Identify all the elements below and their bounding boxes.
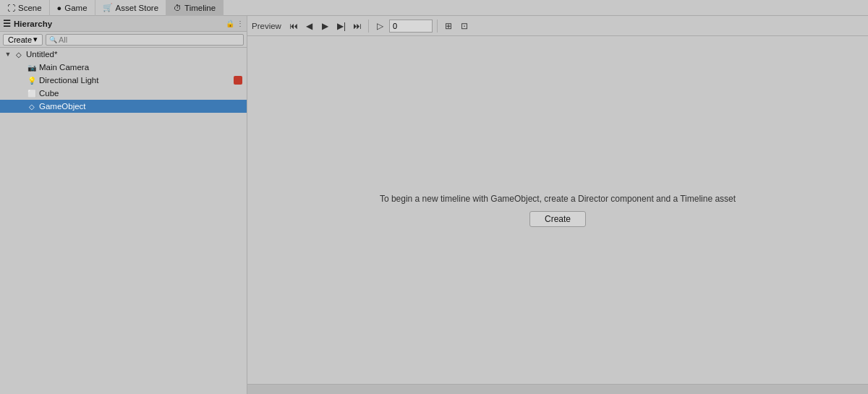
tree-label-untitled: Untitled* (26, 50, 57, 59)
play-range-button[interactable]: ▷ (373, 19, 386, 33)
tab-game[interactable]: ● Game (50, 0, 95, 16)
untitled-icon: ◇ (14, 51, 24, 59)
play-button[interactable]: ▶ (319, 19, 332, 33)
preview-label: Preview (252, 22, 281, 30)
search-input[interactable] (59, 35, 240, 44)
scene-icon: ⛶ (7, 4, 15, 12)
tab-scene-label: Scene (18, 4, 42, 12)
create-button-label: Create (8, 35, 32, 44)
hierarchy-toolbar: Create ▾ 🔍 (0, 32, 247, 48)
game-icon: ● (57, 4, 62, 12)
asset-store-icon: 🛒 (103, 3, 113, 12)
top-tab-bar: ⛶ Scene ● Game 🛒 Asset Store ⏱ Timeline (0, 0, 868, 16)
create-dropdown-arrow: ▾ (33, 35, 38, 44)
cube-icon: ⬜ (27, 90, 37, 98)
tree-label-cube: Cube (39, 89, 59, 98)
search-icon: 🔍 (49, 36, 57, 43)
main-camera-icon: 📷 (27, 64, 37, 72)
timeline-create-button[interactable]: Create (529, 211, 586, 227)
search-box[interactable]: 🔍 (46, 34, 244, 46)
options-button[interactable]: ⊡ (458, 19, 471, 33)
create-button[interactable]: Create ▾ (3, 34, 43, 46)
directional-light-icon: 💡 (27, 77, 37, 85)
timeline-message: To begin a new timeline with GameObject,… (380, 194, 736, 204)
previous-frame-button[interactable]: ◀ (303, 19, 316, 33)
tree-item-directional-light[interactable]: 💡 Directional Light (0, 74, 247, 87)
hierarchy-header: ☰ Hierarchy 🔒 ⋮ (0, 16, 247, 32)
timeline-content: To begin a new timeline with GameObject,… (247, 36, 868, 384)
tree-arrow-untitled: ▼ (4, 51, 12, 58)
hierarchy-panel: ☰ Hierarchy 🔒 ⋮ Create ▾ 🔍 ▼ (0, 16, 247, 394)
tab-asset-store-label: Asset Store (116, 4, 158, 12)
hierarchy-title: ☰ Hierarchy (3, 19, 52, 29)
layout-button[interactable]: ⊞ (442, 19, 455, 33)
time-input[interactable] (389, 20, 433, 33)
go-to-start-button[interactable]: ⏮ (287, 19, 300, 33)
tree-item-gameobject[interactable]: ◇ GameObject (0, 100, 247, 113)
timeline-bottom-bar (247, 384, 868, 394)
timeline-toolbar: Preview ⏮ ◀ ▶ ▶| ⏭ ▷ ⊞ ⊡ (247, 16, 868, 36)
tree-item-untitled[interactable]: ▼ ◇ Untitled* (0, 48, 247, 61)
tree-label-main-camera: Main Camera (39, 63, 89, 72)
gameobject-icon: ◇ (27, 103, 37, 111)
tree-item-cube[interactable]: ⬜ Cube (0, 87, 247, 100)
directional-light-badge (234, 76, 242, 85)
next-frame-button[interactable]: ▶| (335, 19, 348, 33)
hierarchy-tree: ▼ ◇ Untitled* 📷 Main Camera 💡 Directiona… (0, 48, 247, 394)
tab-timeline[interactable]: ⏱ Timeline (166, 0, 224, 16)
toolbar-separator-2 (437, 20, 438, 33)
timeline-icon: ⏱ (174, 4, 182, 12)
go-to-end-button[interactable]: ⏭ (351, 19, 364, 33)
hierarchy-title-label: Hierarchy (14, 20, 52, 28)
timeline-panel: Preview ⏮ ◀ ▶ ▶| ⏭ ▷ ⊞ ⊡ To begin a new … (247, 16, 868, 394)
main-layout: ☰ Hierarchy 🔒 ⋮ Create ▾ 🔍 ▼ (0, 16, 868, 394)
tab-scene[interactable]: ⛶ Scene (0, 0, 50, 16)
toolbar-separator-1 (368, 20, 369, 33)
tab-asset-store[interactable]: 🛒 Asset Store (95, 0, 166, 16)
tree-item-main-camera[interactable]: 📷 Main Camera (0, 61, 247, 74)
tree-label-directional-light: Directional Light (39, 76, 98, 85)
tab-game-label: Game (64, 4, 87, 12)
hierarchy-icon: ☰ (3, 19, 11, 29)
lock-icon[interactable]: 🔒 (226, 20, 234, 27)
tab-timeline-label: Timeline (184, 4, 216, 12)
tree-label-gameobject: GameObject (39, 102, 86, 111)
menu-icon[interactable]: ⋮ (237, 20, 244, 27)
hierarchy-lock-icons: 🔒 ⋮ (226, 20, 244, 27)
